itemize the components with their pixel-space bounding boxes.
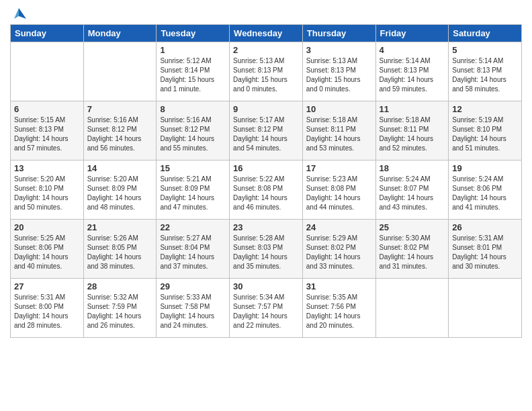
day-info: Sunrise: 5:18 AM Sunset: 8:11 PM Dayligh…	[306, 116, 372, 153]
day-number: 7	[87, 104, 153, 114]
day-number: 5	[452, 45, 518, 55]
week-row-3: 13Sunrise: 5:20 AM Sunset: 8:10 PM Dayli…	[11, 161, 522, 220]
day-info: Sunrise: 5:18 AM Sunset: 8:11 PM Dayligh…	[380, 116, 445, 153]
day-info: Sunrise: 5:14 AM Sunset: 8:13 PM Dayligh…	[380, 56, 445, 94]
day-number: 3	[306, 45, 372, 55]
logo	[10, 7, 26, 19]
week-row-2: 6Sunrise: 5:15 AM Sunset: 8:13 PM Daylig…	[11, 101, 522, 161]
calendar-cell	[375, 279, 449, 338]
day-number: 23	[233, 222, 299, 232]
col-header-thursday: Thursday	[302, 25, 375, 42]
calendar-cell: 6Sunrise: 5:15 AM Sunset: 8:13 PM Daylig…	[11, 101, 84, 161]
calendar-cell: 10Sunrise: 5:18 AM Sunset: 8:11 PM Dayli…	[302, 101, 375, 161]
day-info: Sunrise: 5:23 AM Sunset: 8:08 PM Dayligh…	[306, 175, 372, 212]
week-row-4: 20Sunrise: 5:25 AM Sunset: 8:06 PM Dayli…	[11, 220, 522, 279]
day-number: 2	[233, 45, 299, 55]
calendar-cell	[11, 42, 84, 101]
day-number: 13	[14, 163, 80, 173]
calendar-cell: 26Sunrise: 5:31 AM Sunset: 8:01 PM Dayli…	[449, 220, 522, 279]
col-header-friday: Friday	[375, 25, 449, 42]
day-number: 28	[87, 281, 153, 291]
day-info: Sunrise: 5:19 AM Sunset: 8:10 PM Dayligh…	[452, 116, 518, 153]
day-info: Sunrise: 5:14 AM Sunset: 8:13 PM Dayligh…	[452, 56, 518, 94]
day-info: Sunrise: 5:33 AM Sunset: 7:58 PM Dayligh…	[160, 293, 226, 330]
calendar-cell: 30Sunrise: 5:34 AM Sunset: 7:57 PM Dayli…	[230, 279, 303, 338]
day-number: 21	[87, 222, 153, 232]
day-number: 11	[380, 104, 445, 114]
day-number: 22	[160, 222, 226, 232]
day-number: 30	[233, 281, 299, 291]
day-info: Sunrise: 5:25 AM Sunset: 8:06 PM Dayligh…	[14, 234, 80, 271]
svg-marker-0	[19, 8, 26, 19]
day-info: Sunrise: 5:31 AM Sunset: 8:00 PM Dayligh…	[14, 293, 80, 330]
day-number: 31	[306, 281, 372, 291]
calendar-cell: 14Sunrise: 5:20 AM Sunset: 8:09 PM Dayli…	[83, 161, 157, 220]
day-number: 10	[306, 104, 372, 114]
day-info: Sunrise: 5:16 AM Sunset: 8:12 PM Dayligh…	[87, 116, 153, 153]
calendar-cell: 8Sunrise: 5:16 AM Sunset: 8:12 PM Daylig…	[157, 101, 230, 161]
day-info: Sunrise: 5:34 AM Sunset: 7:57 PM Dayligh…	[233, 293, 299, 330]
day-number: 20	[14, 222, 80, 232]
col-header-tuesday: Tuesday	[157, 25, 230, 42]
day-number: 19	[452, 163, 518, 173]
day-number: 16	[233, 163, 299, 173]
day-info: Sunrise: 5:24 AM Sunset: 8:06 PM Dayligh…	[452, 175, 518, 212]
day-info: Sunrise: 5:15 AM Sunset: 8:13 PM Dayligh…	[14, 116, 80, 153]
header	[10, 7, 522, 19]
calendar-cell: 4Sunrise: 5:14 AM Sunset: 8:13 PM Daylig…	[375, 42, 449, 101]
day-info: Sunrise: 5:27 AM Sunset: 8:04 PM Dayligh…	[160, 234, 226, 271]
calendar-cell: 1Sunrise: 5:12 AM Sunset: 8:14 PM Daylig…	[157, 42, 230, 101]
day-info: Sunrise: 5:29 AM Sunset: 8:02 PM Dayligh…	[306, 234, 372, 271]
day-number: 29	[160, 281, 226, 291]
calendar-cell: 31Sunrise: 5:35 AM Sunset: 7:56 PM Dayli…	[302, 279, 375, 338]
day-info: Sunrise: 5:16 AM Sunset: 8:12 PM Dayligh…	[160, 116, 226, 153]
calendar-cell: 11Sunrise: 5:18 AM Sunset: 8:11 PM Dayli…	[375, 101, 449, 161]
day-number: 12	[452, 104, 518, 114]
calendar-cell: 12Sunrise: 5:19 AM Sunset: 8:10 PM Dayli…	[449, 101, 522, 161]
day-number: 15	[160, 163, 226, 173]
day-info: Sunrise: 5:32 AM Sunset: 7:59 PM Dayligh…	[87, 293, 153, 330]
calendar-cell: 21Sunrise: 5:26 AM Sunset: 8:05 PM Dayli…	[83, 220, 157, 279]
day-number: 24	[306, 222, 372, 232]
calendar: SundayMondayTuesdayWednesdayThursdayFrid…	[10, 24, 522, 338]
calendar-cell: 22Sunrise: 5:27 AM Sunset: 8:04 PM Dayli…	[157, 220, 230, 279]
day-info: Sunrise: 5:28 AM Sunset: 8:03 PM Dayligh…	[233, 234, 299, 271]
calendar-cell: 5Sunrise: 5:14 AM Sunset: 8:13 PM Daylig…	[449, 42, 522, 101]
calendar-cell: 20Sunrise: 5:25 AM Sunset: 8:06 PM Dayli…	[11, 220, 84, 279]
calendar-cell: 13Sunrise: 5:20 AM Sunset: 8:10 PM Dayli…	[11, 161, 84, 220]
day-number: 14	[87, 163, 153, 173]
col-header-sunday: Sunday	[11, 25, 84, 42]
col-header-saturday: Saturday	[449, 25, 522, 42]
calendar-cell: 3Sunrise: 5:13 AM Sunset: 8:13 PM Daylig…	[302, 42, 375, 101]
col-header-monday: Monday	[83, 25, 157, 42]
calendar-cell	[449, 279, 522, 338]
day-number: 26	[452, 222, 518, 232]
calendar-cell	[83, 42, 157, 101]
calendar-cell: 29Sunrise: 5:33 AM Sunset: 7:58 PM Dayli…	[157, 279, 230, 338]
day-info: Sunrise: 5:30 AM Sunset: 8:02 PM Dayligh…	[380, 234, 445, 271]
day-number: 4	[380, 45, 445, 55]
calendar-cell: 16Sunrise: 5:22 AM Sunset: 8:08 PM Dayli…	[230, 161, 303, 220]
logo-icon	[11, 7, 26, 21]
calendar-cell: 9Sunrise: 5:17 AM Sunset: 8:12 PM Daylig…	[230, 101, 303, 161]
calendar-cell: 18Sunrise: 5:24 AM Sunset: 8:07 PM Dayli…	[375, 161, 449, 220]
day-number: 8	[160, 104, 226, 114]
calendar-cell: 7Sunrise: 5:16 AM Sunset: 8:12 PM Daylig…	[83, 101, 157, 161]
day-number: 9	[233, 104, 299, 114]
day-info: Sunrise: 5:20 AM Sunset: 8:10 PM Dayligh…	[14, 175, 80, 212]
day-info: Sunrise: 5:31 AM Sunset: 8:01 PM Dayligh…	[452, 234, 518, 271]
day-number: 18	[380, 163, 445, 173]
week-row-1: 1Sunrise: 5:12 AM Sunset: 8:14 PM Daylig…	[11, 42, 522, 101]
calendar-header-row: SundayMondayTuesdayWednesdayThursdayFrid…	[11, 25, 522, 42]
svg-marker-1	[14, 8, 19, 19]
page: SundayMondayTuesdayWednesdayThursdayFrid…	[0, 0, 532, 411]
day-info: Sunrise: 5:12 AM Sunset: 8:14 PM Dayligh…	[160, 56, 226, 94]
day-info: Sunrise: 5:24 AM Sunset: 8:07 PM Dayligh…	[380, 175, 445, 212]
calendar-cell: 27Sunrise: 5:31 AM Sunset: 8:00 PM Dayli…	[11, 279, 84, 338]
calendar-cell: 17Sunrise: 5:23 AM Sunset: 8:08 PM Dayli…	[302, 161, 375, 220]
day-number: 6	[14, 104, 80, 114]
calendar-cell: 15Sunrise: 5:21 AM Sunset: 8:09 PM Dayli…	[157, 161, 230, 220]
day-info: Sunrise: 5:17 AM Sunset: 8:12 PM Dayligh…	[233, 116, 299, 153]
day-info: Sunrise: 5:22 AM Sunset: 8:08 PM Dayligh…	[233, 175, 299, 212]
day-number: 1	[160, 45, 226, 55]
